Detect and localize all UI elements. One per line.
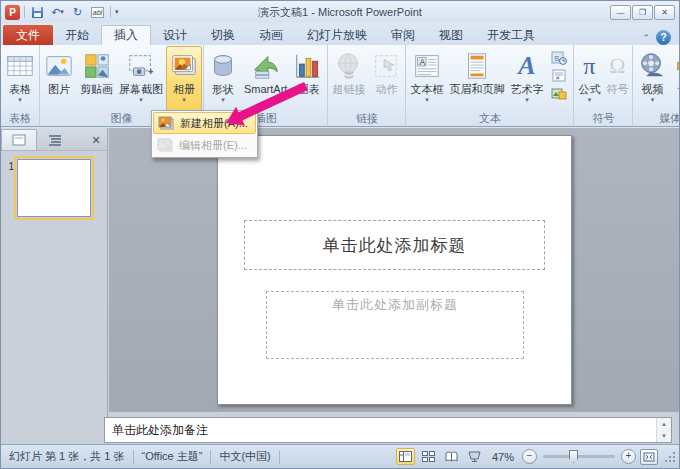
- collapse-ribbon-icon[interactable]: ⌃: [642, 33, 650, 43]
- audio-button[interactable]: 音频 ▾: [670, 46, 680, 111]
- save-button[interactable]: [29, 4, 46, 20]
- ribbon-button-label: 剪贴画: [80, 83, 113, 96]
- symbol-button[interactable]: Ω 符号: [603, 46, 631, 111]
- close-panel-icon[interactable]: ✕: [85, 130, 107, 150]
- ribbon-button-label: SmartArt: [244, 83, 287, 96]
- tab-home[interactable]: 开始: [53, 25, 101, 45]
- ribbon-button-label: 相册: [173, 83, 195, 96]
- ribbon-button-label: 符号: [606, 83, 628, 96]
- date-time-button[interactable]: S: [549, 50, 569, 66]
- ribbon-button-label: 文本框: [410, 83, 443, 96]
- scroll-up-icon[interactable]: ▲: [657, 418, 671, 430]
- minimize-button[interactable]: —: [610, 5, 631, 20]
- group-label-media: 媒体: [634, 111, 680, 126]
- ribbon-button-label: 表格: [9, 83, 31, 96]
- tab-file[interactable]: 文件: [3, 25, 53, 45]
- textbox-button[interactable]: A 文本框 ▾: [407, 46, 446, 111]
- photo-album-dropdown-menu: 新建相册(A)... 编辑相册(E)...: [151, 110, 258, 158]
- shapes-button[interactable]: 形状 ▾: [205, 46, 241, 111]
- tab-transitions[interactable]: 切换: [199, 25, 247, 45]
- screenshot-icon: [126, 49, 156, 83]
- tab-insert[interactable]: 插入: [101, 25, 151, 45]
- chevron-down-icon: ▾: [525, 96, 529, 104]
- screenshot-button[interactable]: 屏幕截图 ▾: [116, 46, 166, 111]
- tab-outline[interactable]: [37, 129, 73, 150]
- table-icon: [5, 49, 35, 83]
- video-icon: [637, 49, 667, 83]
- clipart-button[interactable]: 剪贴画: [77, 46, 116, 111]
- object-button[interactable]: [549, 86, 569, 102]
- slide-thumbnail[interactable]: [17, 159, 91, 217]
- wordart-button[interactable]: A 艺术字 ▾: [507, 46, 546, 111]
- status-language: 中文(中国): [211, 449, 278, 464]
- zoom-slider[interactable]: [543, 455, 615, 458]
- tab-slideshow[interactable]: 幻灯片放映: [295, 25, 379, 45]
- tab-review[interactable]: 审阅: [379, 25, 427, 45]
- abl-icon: abl: [91, 7, 104, 18]
- group-label-links: 链接: [329, 111, 404, 126]
- hyperlink-icon: [334, 49, 364, 83]
- header-footer-icon: [462, 49, 492, 83]
- header-footer-button[interactable]: 页眉和页脚: [446, 46, 507, 111]
- panel-tabs: ✕: [1, 128, 107, 151]
- ribbon-group-media: 视频 ▾ 音频 ▾ 媒体: [633, 45, 680, 126]
- zoom-in-button[interactable]: +: [621, 449, 636, 464]
- smartart-button[interactable]: SmartArt: [241, 46, 290, 111]
- zoom-out-button[interactable]: −: [522, 449, 537, 464]
- menu-item-edit-album[interactable]: 编辑相册(E)...: [153, 134, 256, 156]
- photo-album-button[interactable]: 相册 ▾: [166, 46, 202, 111]
- chevron-down-icon: ▾: [18, 96, 22, 104]
- view-slideshow-button[interactable]: [465, 448, 484, 465]
- restore-button[interactable]: ❐: [632, 5, 653, 20]
- powerpoint-logo-icon[interactable]: P: [5, 5, 20, 20]
- notes-scrollbar[interactable]: ▲ ▼: [656, 418, 671, 442]
- slide-canvas[interactable]: 单击此处添加标题 单击此处添加副标题: [217, 135, 572, 405]
- photo-album-icon: [169, 49, 199, 83]
- view-normal-button[interactable]: [396, 448, 415, 465]
- undo-button[interactable]: ↶▾: [49, 4, 66, 20]
- action-button[interactable]: 动作: [368, 46, 404, 111]
- menu-item-new-album[interactable]: 新建相册(A)...: [153, 112, 256, 134]
- redo-button[interactable]: ↻: [69, 4, 86, 20]
- abl-tool-button[interactable]: abl: [89, 4, 106, 20]
- customize-qat-button[interactable]: ▾: [115, 8, 119, 16]
- ribbon-button-label: 动作: [375, 83, 397, 96]
- scroll-down-icon[interactable]: ▼: [657, 430, 671, 442]
- view-slide-sorter-button[interactable]: [419, 448, 438, 465]
- equation-button[interactable]: π 公式 ▾: [575, 46, 603, 111]
- fit-to-window-button[interactable]: [640, 449, 658, 465]
- help-icon[interactable]: ?: [656, 30, 671, 45]
- clipart-icon: [82, 49, 112, 83]
- chart-button[interactable]: 图表: [290, 46, 326, 111]
- notes-placeholder[interactable]: 单击此处添加备注: [105, 418, 656, 442]
- notes-pane[interactable]: 单击此处添加备注 ▲ ▼: [104, 417, 672, 443]
- tab-view[interactable]: 视图: [427, 25, 475, 45]
- zoom-slider-thumb[interactable]: [569, 450, 578, 463]
- resize-grip[interactable]: [664, 451, 676, 463]
- tab-design[interactable]: 设计: [151, 25, 199, 45]
- view-reading-button[interactable]: [442, 448, 461, 465]
- title-bar: P ↶▾ ↻ abl ▾ 演示文稿1 - Microsoft PowerPoin…: [1, 1, 679, 23]
- new-album-icon: [158, 116, 174, 130]
- slide-number-button[interactable]: #: [549, 68, 569, 84]
- picture-button[interactable]: 图片: [41, 46, 77, 111]
- video-button[interactable]: 视频 ▾: [634, 46, 670, 111]
- chevron-down-icon: ▾: [182, 96, 186, 104]
- group-label-symbols: 符号: [575, 111, 631, 126]
- subtitle-placeholder[interactable]: 单击此处添加副标题: [266, 291, 524, 359]
- title-placeholder[interactable]: 单击此处添加标题: [244, 220, 545, 270]
- tab-slides-thumbnails[interactable]: [1, 129, 37, 150]
- main-area: ✕ 1 单击此处添加标题 单击此处添加副标题 单击此处添加备注 ▲ ▼: [1, 128, 679, 444]
- ribbon-button-label: 超链接: [332, 83, 365, 96]
- tab-animations[interactable]: 动画: [247, 25, 295, 45]
- tab-developer[interactable]: 开发工具: [475, 25, 547, 45]
- menu-item-label: 新建相册(A)...: [180, 116, 248, 131]
- edit-album-icon: [157, 138, 173, 152]
- hyperlink-button[interactable]: 超链接: [329, 46, 368, 111]
- ribbon-group-text: A 文本框 ▾ 页眉和页脚 A 艺术字 ▾: [406, 45, 574, 126]
- textbox-icon: A: [412, 49, 442, 83]
- zoom-percentage[interactable]: 47%: [488, 451, 518, 463]
- slide-editing-area: 单击此处添加标题 单击此处添加副标题: [109, 128, 679, 412]
- table-button[interactable]: 表格 ▾: [2, 46, 38, 111]
- close-button[interactable]: ✕: [654, 5, 675, 20]
